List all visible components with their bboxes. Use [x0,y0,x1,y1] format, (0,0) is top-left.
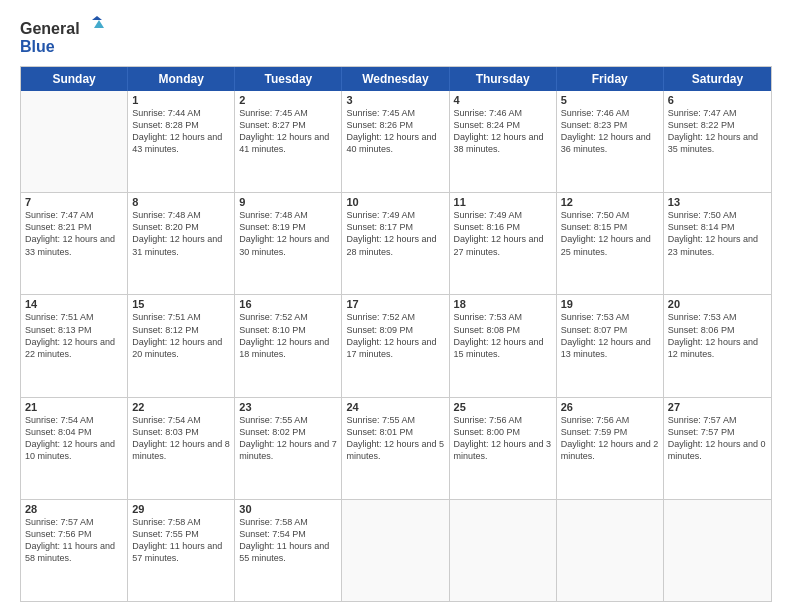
calendar-cell [557,500,664,601]
day-number: 9 [239,196,337,208]
day-number: 23 [239,401,337,413]
day-info: Sunrise: 7:49 AMSunset: 8:16 PMDaylight:… [454,209,552,258]
calendar-row: 14 Sunrise: 7:51 AMSunset: 8:13 PMDaylig… [21,294,771,396]
calendar-cell: 16 Sunrise: 7:52 AMSunset: 8:10 PMDaylig… [235,295,342,396]
calendar-cell: 4 Sunrise: 7:46 AMSunset: 8:24 PMDayligh… [450,91,557,192]
calendar-row: 7 Sunrise: 7:47 AMSunset: 8:21 PMDayligh… [21,192,771,294]
calendar-cell: 5 Sunrise: 7:46 AMSunset: 8:23 PMDayligh… [557,91,664,192]
calendar-cell: 6 Sunrise: 7:47 AMSunset: 8:22 PMDayligh… [664,91,771,192]
day-info: Sunrise: 7:48 AMSunset: 8:20 PMDaylight:… [132,209,230,258]
day-number: 1 [132,94,230,106]
calendar-cell: 1 Sunrise: 7:44 AMSunset: 8:28 PMDayligh… [128,91,235,192]
calendar-cell: 8 Sunrise: 7:48 AMSunset: 8:20 PMDayligh… [128,193,235,294]
day-number: 19 [561,298,659,310]
calendar-header: SundayMondayTuesdayWednesdayThursdayFrid… [21,67,771,91]
day-number: 16 [239,298,337,310]
svg-marker-2 [92,16,102,20]
calendar-cell [21,91,128,192]
calendar-cell: 19 Sunrise: 7:53 AMSunset: 8:07 PMDaylig… [557,295,664,396]
day-info: Sunrise: 7:47 AMSunset: 8:22 PMDaylight:… [668,107,767,156]
day-info: Sunrise: 7:57 AMSunset: 7:57 PMDaylight:… [668,414,767,463]
day-info: Sunrise: 7:52 AMSunset: 8:10 PMDaylight:… [239,311,337,360]
day-info: Sunrise: 7:53 AMSunset: 8:07 PMDaylight:… [561,311,659,360]
day-number: 29 [132,503,230,515]
day-info: Sunrise: 7:53 AMSunset: 8:08 PMDaylight:… [454,311,552,360]
day-number: 18 [454,298,552,310]
weekday-header: Thursday [450,67,557,91]
day-info: Sunrise: 7:54 AMSunset: 8:04 PMDaylight:… [25,414,123,463]
calendar-cell: 11 Sunrise: 7:49 AMSunset: 8:16 PMDaylig… [450,193,557,294]
day-info: Sunrise: 7:45 AMSunset: 8:27 PMDaylight:… [239,107,337,156]
calendar-cell: 24 Sunrise: 7:55 AMSunset: 8:01 PMDaylig… [342,398,449,499]
calendar-row: 21 Sunrise: 7:54 AMSunset: 8:04 PMDaylig… [21,397,771,499]
weekday-header: Tuesday [235,67,342,91]
day-number: 25 [454,401,552,413]
calendar-cell: 10 Sunrise: 7:49 AMSunset: 8:17 PMDaylig… [342,193,449,294]
day-number: 28 [25,503,123,515]
day-info: Sunrise: 7:51 AMSunset: 8:13 PMDaylight:… [25,311,123,360]
day-number: 10 [346,196,444,208]
calendar-cell: 14 Sunrise: 7:51 AMSunset: 8:13 PMDaylig… [21,295,128,396]
calendar-cell: 27 Sunrise: 7:57 AMSunset: 7:57 PMDaylig… [664,398,771,499]
day-info: Sunrise: 7:54 AMSunset: 8:03 PMDaylight:… [132,414,230,463]
calendar: SundayMondayTuesdayWednesdayThursdayFrid… [20,66,772,602]
calendar-cell: 21 Sunrise: 7:54 AMSunset: 8:04 PMDaylig… [21,398,128,499]
logo-svg: General Blue [20,16,110,58]
header: General Blue [20,16,772,58]
day-number: 4 [454,94,552,106]
calendar-cell [450,500,557,601]
day-info: Sunrise: 7:57 AMSunset: 7:56 PMDaylight:… [25,516,123,565]
calendar-cell: 9 Sunrise: 7:48 AMSunset: 8:19 PMDayligh… [235,193,342,294]
svg-marker-3 [94,20,104,28]
day-number: 12 [561,196,659,208]
calendar-cell: 3 Sunrise: 7:45 AMSunset: 8:26 PMDayligh… [342,91,449,192]
logo: General Blue [20,16,110,58]
day-info: Sunrise: 7:58 AMSunset: 7:54 PMDaylight:… [239,516,337,565]
day-info: Sunrise: 7:47 AMSunset: 8:21 PMDaylight:… [25,209,123,258]
day-number: 7 [25,196,123,208]
svg-text:Blue: Blue [20,38,55,55]
day-number: 21 [25,401,123,413]
weekday-header: Saturday [664,67,771,91]
day-number: 27 [668,401,767,413]
day-info: Sunrise: 7:53 AMSunset: 8:06 PMDaylight:… [668,311,767,360]
day-info: Sunrise: 7:55 AMSunset: 8:01 PMDaylight:… [346,414,444,463]
calendar-row: 28 Sunrise: 7:57 AMSunset: 7:56 PMDaylig… [21,499,771,601]
day-number: 5 [561,94,659,106]
day-number: 22 [132,401,230,413]
calendar-cell: 18 Sunrise: 7:53 AMSunset: 8:08 PMDaylig… [450,295,557,396]
svg-text:General: General [20,20,80,37]
weekday-header: Sunday [21,67,128,91]
page: General Blue SundayMondayTuesdayWednesda… [0,0,792,612]
day-number: 26 [561,401,659,413]
day-info: Sunrise: 7:45 AMSunset: 8:26 PMDaylight:… [346,107,444,156]
day-number: 17 [346,298,444,310]
day-number: 24 [346,401,444,413]
day-info: Sunrise: 7:50 AMSunset: 8:15 PMDaylight:… [561,209,659,258]
day-number: 30 [239,503,337,515]
calendar-cell: 7 Sunrise: 7:47 AMSunset: 8:21 PMDayligh… [21,193,128,294]
calendar-cell: 20 Sunrise: 7:53 AMSunset: 8:06 PMDaylig… [664,295,771,396]
calendar-cell [664,500,771,601]
calendar-cell: 29 Sunrise: 7:58 AMSunset: 7:55 PMDaylig… [128,500,235,601]
calendar-body: 1 Sunrise: 7:44 AMSunset: 8:28 PMDayligh… [21,91,771,601]
calendar-cell: 15 Sunrise: 7:51 AMSunset: 8:12 PMDaylig… [128,295,235,396]
calendar-cell: 25 Sunrise: 7:56 AMSunset: 8:00 PMDaylig… [450,398,557,499]
weekday-header: Friday [557,67,664,91]
day-info: Sunrise: 7:50 AMSunset: 8:14 PMDaylight:… [668,209,767,258]
day-number: 14 [25,298,123,310]
calendar-cell: 12 Sunrise: 7:50 AMSunset: 8:15 PMDaylig… [557,193,664,294]
calendar-cell: 30 Sunrise: 7:58 AMSunset: 7:54 PMDaylig… [235,500,342,601]
day-number: 13 [668,196,767,208]
calendar-cell: 26 Sunrise: 7:56 AMSunset: 7:59 PMDaylig… [557,398,664,499]
day-number: 6 [668,94,767,106]
day-number: 20 [668,298,767,310]
calendar-cell: 13 Sunrise: 7:50 AMSunset: 8:14 PMDaylig… [664,193,771,294]
calendar-row: 1 Sunrise: 7:44 AMSunset: 8:28 PMDayligh… [21,91,771,192]
day-info: Sunrise: 7:51 AMSunset: 8:12 PMDaylight:… [132,311,230,360]
day-number: 15 [132,298,230,310]
calendar-cell: 22 Sunrise: 7:54 AMSunset: 8:03 PMDaylig… [128,398,235,499]
day-info: Sunrise: 7:56 AMSunset: 8:00 PMDaylight:… [454,414,552,463]
day-info: Sunrise: 7:52 AMSunset: 8:09 PMDaylight:… [346,311,444,360]
weekday-header: Monday [128,67,235,91]
